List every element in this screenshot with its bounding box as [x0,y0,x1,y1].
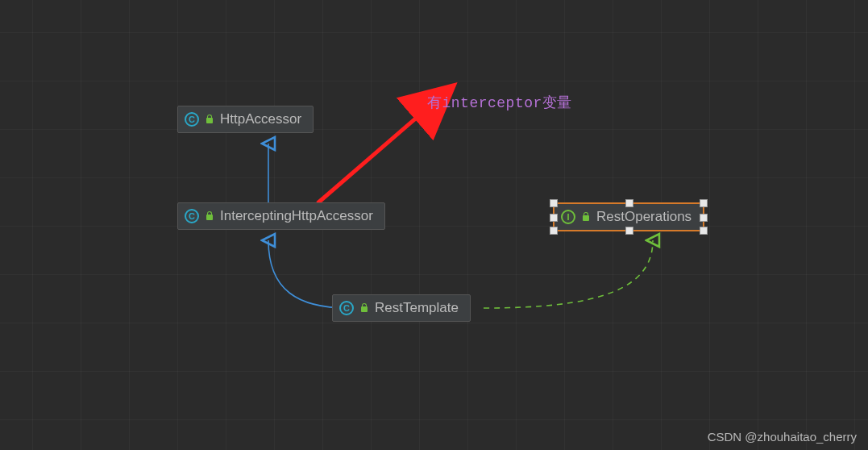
canvas-grid [0,0,868,450]
resize-handle[interactable] [625,227,633,235]
watermark: CSDN @zhouhaitao_cherry [708,430,857,444]
resize-handle[interactable] [550,227,558,235]
node-label: RestTemplate [375,300,459,316]
node-label: HttpAccessor [220,111,301,127]
resize-handle[interactable] [700,227,708,235]
resize-handle[interactable] [550,199,558,207]
lock-icon [206,211,214,221]
lock-icon [360,303,368,313]
node-intercepting-http-accessor[interactable]: C InterceptingHttpAccessor [177,202,385,230]
node-http-accessor[interactable]: C HttpAccessor [177,106,314,133]
node-label: InterceptingHttpAccessor [220,208,373,224]
lock-icon [582,212,590,222]
node-rest-operations[interactable]: I RestOperations [553,202,704,231]
class-icon: C [185,209,199,223]
resize-handle[interactable] [700,199,708,207]
resize-handle[interactable] [550,214,558,222]
resize-handle[interactable] [700,214,708,222]
node-label: RestOperations [596,209,691,225]
resize-handle[interactable] [625,199,633,207]
class-icon: C [339,301,354,315]
node-rest-template[interactable]: C RestTemplate [332,294,471,322]
annotation-text: 有interceptor变量 [427,93,572,112]
interface-icon: I [561,210,575,224]
lock-icon [206,115,214,124]
class-icon: C [185,112,199,127]
